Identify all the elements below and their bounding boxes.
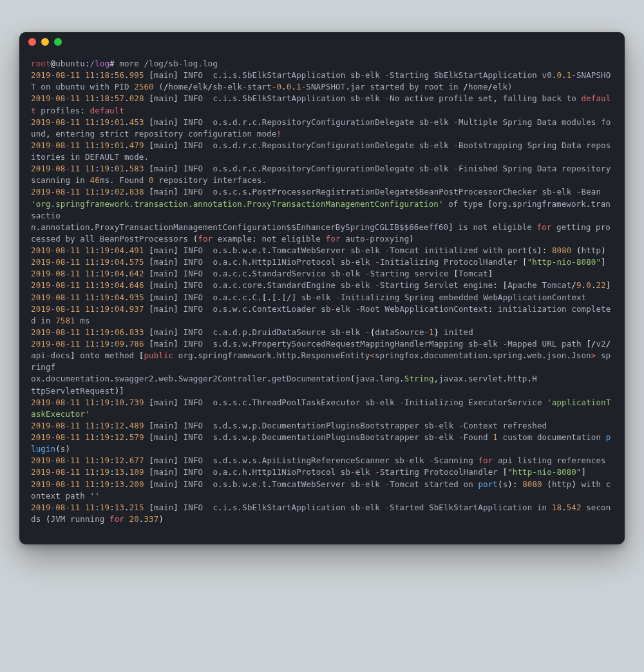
log-line: 2019-08-11 11:19:12.579 [main] INFO s.d.… <box>31 432 613 455</box>
log-line: 2019-08-11 11:19:01.453 [main] INFO o.s.… <box>31 117 613 140</box>
log-line: 2019-08-11 11:19:06.833 [main] INFO c.a.… <box>31 327 613 338</box>
log-line: 2019-08-11 11:19:10.739 [main] INFO o.s.… <box>31 397 613 420</box>
close-icon[interactable] <box>28 38 36 46</box>
log-line: 2019-08-11 11:19:12.677 [main] INFO s.d.… <box>31 455 613 466</box>
log-line: 2019-08-11 11:18:56.995 [main] INFO c.i.… <box>31 70 613 93</box>
prompt-line: root@ubuntu:/log# more /log/sb-log.log <box>31 58 613 70</box>
log-line: 2019-08-11 11:19:04.642 [main] INFO o.a.… <box>31 268 613 280</box>
log-line: 2019-08-11 11:19:01.479 [main] INFO o.s.… <box>31 140 613 163</box>
log-line: 2019-08-11 11:19:13.215 [main] INFO c.i.… <box>31 502 613 525</box>
log-line: 2019-08-11 11:19:04.491 [main] INFO o.s.… <box>31 245 613 256</box>
terminal-window: root@ubuntu:/log# more /log/sb-log.log20… <box>19 32 625 544</box>
minimize-icon[interactable] <box>41 38 49 46</box>
log-line: 2019-08-11 11:19:04.646 [main] INFO o.a.… <box>31 280 613 291</box>
log-line: 2019-08-11 11:19:12.489 [main] INFO s.d.… <box>31 420 613 432</box>
log-line: 2019-08-11 11:19:04.935 [main] INFO o.a.… <box>31 292 613 303</box>
terminal-content[interactable]: root@ubuntu:/log# more /log/sb-log.log20… <box>19 52 625 544</box>
log-line: 2019-08-11 11:19:01.583 [main] INFO o.s.… <box>31 163 613 186</box>
log-line: 2019-08-11 11:19:04.937 [main] INFO o.s.… <box>31 303 613 327</box>
log-line: 2019-08-11 11:19:02.838 [main] INFO o.s.… <box>31 186 613 245</box>
log-line: 2019-08-11 11:19:13.109 [main] INFO o.a.… <box>31 466 613 478</box>
titlebar[interactable] <box>19 32 625 52</box>
log-line: 2019-08-11 11:19:04.575 [main] INFO o.a.… <box>31 256 613 268</box>
log-line: 2019-08-11 11:19:13.200 [main] INFO o.s.… <box>31 479 613 502</box>
log-line: 2019-08-11 11:18:57.028 [main] INFO c.i.… <box>31 93 613 116</box>
log-line: 2019-08-11 11:19:09.786 [main] INFO s.d.… <box>31 338 613 397</box>
maximize-icon[interactable] <box>54 38 62 46</box>
